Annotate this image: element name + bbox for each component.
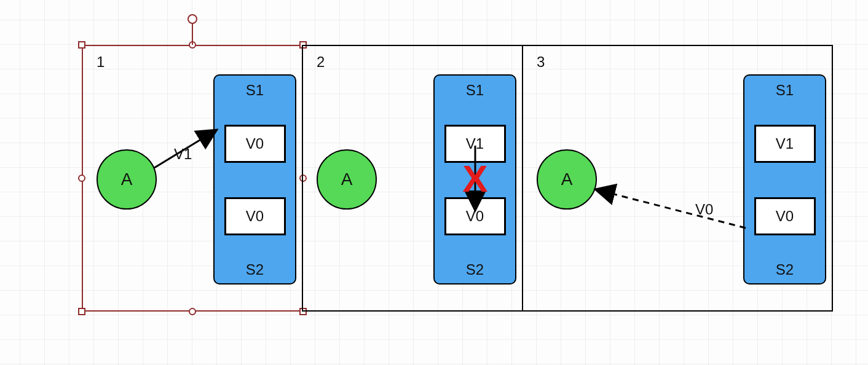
canvas-grid[interactable]: 1 A S1 V0 V0 S2 V1 xyxy=(0,0,868,365)
cross-icon: X xyxy=(462,160,487,198)
arrow-panel-2 xyxy=(303,46,524,313)
arrow-panel-3 xyxy=(523,46,834,313)
selection-handle-bl[interactable] xyxy=(78,308,85,315)
selection-handle-tl[interactable] xyxy=(78,41,85,49)
selection-handle-ml[interactable] xyxy=(78,175,85,182)
diagram-stage: 1 A S1 V0 V0 S2 V1 xyxy=(82,45,835,314)
edge-label-panel-3: V0 xyxy=(695,201,713,218)
edge-label-panel-1: V1 xyxy=(174,146,192,163)
rotate-handle[interactable] xyxy=(187,14,197,24)
selection-handle-bm[interactable] xyxy=(189,308,196,315)
arrow-panel-1 xyxy=(83,46,304,313)
panel-3[interactable]: 3 A S1 V1 V0 S2 V0 xyxy=(522,45,833,312)
svg-line-2 xyxy=(595,189,746,228)
panel-1[interactable]: 1 A S1 V0 V0 S2 V1 xyxy=(82,45,303,312)
panel-2[interactable]: 2 A S1 V1 V0 S2 X xyxy=(302,45,523,312)
